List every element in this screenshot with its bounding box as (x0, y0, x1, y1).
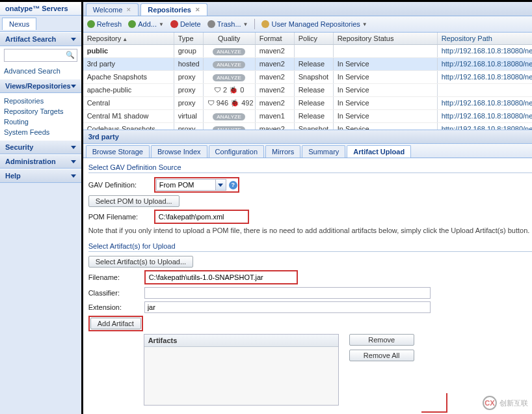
panel-views-repositories[interactable]: Views/Repositories (0, 79, 81, 93)
chevron-down-icon[interactable] (215, 180, 226, 190)
gav-definition-combo[interactable] (156, 179, 226, 191)
gav-def-label: GAV Definition: (88, 181, 150, 189)
chevron-down-icon (71, 146, 76, 149)
chevron-down-icon (71, 160, 76, 163)
sidebar-tab-nexus[interactable]: Nexus (2, 18, 36, 30)
chevron-down-icon (71, 38, 76, 41)
col-format[interactable]: Format (256, 33, 295, 44)
subtab-browse-storage[interactable]: Browse Storage (86, 145, 150, 158)
search-icon[interactable]: 🔍 (66, 51, 75, 59)
highlight-corner (421, 393, 447, 413)
sidebar-item-repository-targets[interactable]: Repository Targets (4, 106, 77, 117)
col-repository[interactable]: Repository▲ (83, 33, 174, 44)
watermark-logo: CX (483, 396, 497, 410)
classifier-input[interactable] (144, 287, 431, 299)
pom-filename-label: POM Filename: (88, 213, 150, 221)
col-type[interactable]: Type (174, 33, 204, 44)
grid-header: Repository▲ Type Quality Format Policy R… (83, 33, 532, 45)
help-icon[interactable]: ? (229, 181, 237, 189)
trash-button[interactable]: Trash...▼ (207, 20, 248, 28)
subtab-artifact-upload[interactable]: Artifact Upload (347, 145, 411, 158)
select-artifacts-button[interactable]: Select Artifact(s) to Upload... (88, 256, 193, 268)
refresh-icon (87, 20, 95, 28)
filename-input[interactable] (146, 272, 296, 283)
detail-subtabs: Browse StorageBrowse IndexConfigurationM… (83, 144, 532, 158)
extension-label: Extension: (88, 303, 140, 311)
subtab-configuration[interactable]: Configuration (209, 145, 264, 158)
remove-all-button[interactable]: Remove All (349, 350, 414, 361)
panel-security[interactable]: Security (0, 140, 81, 154)
main: Welcome✕Repositories✕ Refresh Add...▼ De… (83, 2, 532, 414)
user-managed-repos-button[interactable]: User Managed Repositories▼ (261, 20, 367, 28)
add-button[interactable]: Add...▼ (128, 20, 164, 28)
detail-title: 3rd party (83, 130, 532, 144)
table-row[interactable]: Centralproxy🛡 946 🐞 492maven2ReleaseIn S… (83, 97, 532, 110)
sidebar-item-system-feeds[interactable]: System Feeds (4, 127, 77, 137)
pom-filename-input[interactable] (156, 212, 247, 222)
remove-button[interactable]: Remove (349, 334, 414, 346)
filename-label: Filename: (88, 273, 140, 281)
subtab-summary[interactable]: Summary (302, 145, 345, 158)
sidebar-item-repositories[interactable]: Repositories (4, 96, 77, 106)
trash-icon (207, 20, 215, 28)
table-row[interactable]: Apache SnapshotsproxyANALYZEmaven2Snapsh… (83, 71, 532, 84)
col-quality[interactable]: Quality (204, 33, 256, 44)
gav-note: Note that if you only intend to upload a… (88, 227, 532, 234)
add-artifact-button[interactable]: Add Artifact (90, 318, 141, 329)
sidebar: onatype™ Servers Nexus Artifact Search 🔍… (0, 2, 83, 414)
advanced-search-link[interactable]: Advanced Search (4, 66, 77, 76)
user-icon (261, 20, 269, 28)
subtab-browse-index[interactable]: Browse Index (151, 145, 207, 158)
toolbar: Refresh Add...▼ Delete Trash...▼ User Ma… (83, 16, 532, 33)
col-path[interactable]: Repository Path (438, 33, 532, 44)
delete-button[interactable]: Delete (170, 20, 201, 28)
table-row[interactable]: apache-publicproxy🛡 2 🐞 0maven2ReleaseIn… (83, 84, 532, 97)
table-row[interactable]: 3rd partyhostedANALYZEmaven2ReleaseIn Se… (83, 58, 532, 71)
classifier-label: Classifier: (88, 289, 140, 297)
subtab-mirrors[interactable]: Mirrors (265, 145, 300, 158)
upload-section-title: Select Artifact(s) for Upload (88, 241, 532, 252)
refresh-button[interactable]: Refresh (87, 20, 122, 28)
table-row[interactable]: Codehaus SnapshotsproxyANALYZEmaven2Snap… (83, 123, 532, 130)
artifacts-panel: Artifacts (144, 334, 339, 406)
panel-help[interactable]: Help (0, 169, 81, 183)
artifacts-panel-title: Artifacts (144, 335, 338, 347)
panel-artifact-search[interactable]: Artifact Search (0, 32, 81, 46)
chevron-down-icon (71, 85, 76, 88)
col-policy[interactable]: Policy (295, 33, 334, 44)
gav-section-title: Select GAV Definition Source (88, 162, 532, 173)
form-area: Select GAV Definition Source GAV Definit… (83, 158, 532, 414)
table-row[interactable]: publicgroupANALYZEmaven2http://192.168.1… (83, 45, 532, 58)
plus-icon (128, 20, 136, 28)
close-icon[interactable]: ✕ (126, 7, 131, 13)
watermark: CX 创新互联 (483, 396, 528, 410)
watermark-text: 创新互联 (499, 398, 528, 408)
tab-welcome[interactable]: Welcome✕ (86, 3, 139, 16)
tab-repositories[interactable]: Repositories✕ (140, 3, 207, 16)
sidebar-header: onatype™ Servers (0, 2, 81, 16)
col-status[interactable]: Repository Status (334, 33, 438, 44)
sidebar-item-routing[interactable]: Routing (4, 117, 77, 127)
minus-icon (170, 20, 178, 28)
extension-input[interactable] (144, 301, 431, 313)
grid-body[interactable]: publicgroupANALYZEmaven2http://192.168.1… (83, 45, 532, 130)
panel-administration[interactable]: Administration (0, 154, 81, 169)
close-icon[interactable]: ✕ (195, 7, 200, 13)
select-pom-button[interactable]: Select POM to Upload... (88, 195, 180, 207)
chevron-down-icon (71, 174, 76, 178)
main-tabs: Welcome✕Repositories✕ (83, 2, 532, 16)
table-row[interactable]: Central M1 shadowvirtualANALYZEmaven1Rel… (83, 110, 532, 123)
